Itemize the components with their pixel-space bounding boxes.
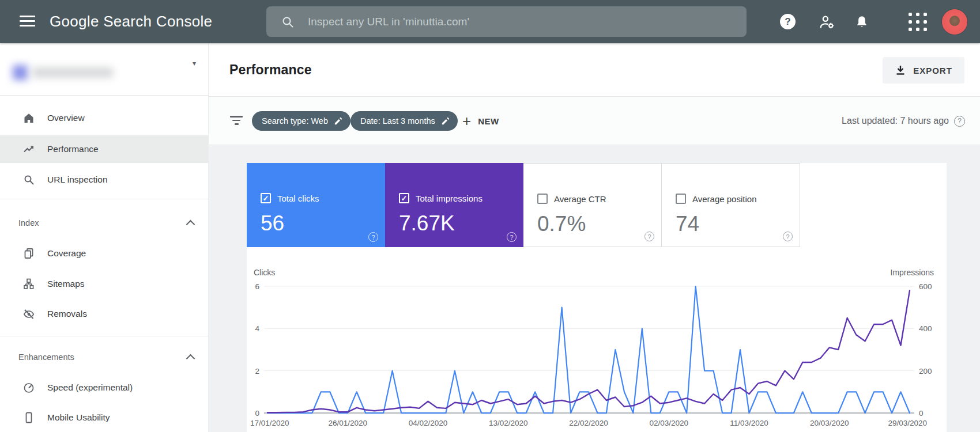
help-button[interactable]: ?	[780, 0, 796, 43]
svg-text:400: 400	[919, 324, 932, 333]
sitemap-icon	[22, 277, 36, 291]
pages-icon	[22, 247, 36, 260]
divider	[0, 336, 209, 336]
svg-text:17/01/2020: 17/01/2020	[250, 419, 289, 427]
chevron-up-icon	[186, 354, 195, 363]
tile-average-ctr[interactable]: ✓ Average CTR 0.7% ?	[523, 163, 662, 247]
tile-total-clicks[interactable]: ✓ Total clicks 56 ?	[247, 163, 385, 247]
speedometer-icon	[22, 381, 36, 395]
export-button[interactable]: EXPORT	[883, 57, 964, 84]
performance-chart: Clicks Impressions 6420600400200017/01/2…	[247, 247, 947, 432]
user-settings-button[interactable]	[819, 0, 836, 43]
help-circle-icon[interactable]: ?	[507, 232, 517, 242]
sidebar-item-coverage[interactable]: Coverage	[0, 240, 209, 267]
help-circle-icon[interactable]: ?	[644, 232, 654, 241]
smartphone-icon	[22, 411, 36, 425]
new-filter-button[interactable]: + NEW	[462, 97, 499, 145]
filter-icon[interactable]	[229, 116, 243, 127]
eye-off-icon	[22, 307, 36, 321]
metric-value: 56	[261, 211, 284, 236]
url-inspect-searchbox[interactable]	[266, 6, 747, 37]
svg-text:13/02/2020: 13/02/2020	[489, 419, 528, 427]
help-circle-icon[interactable]: ?	[954, 116, 965, 127]
chevron-up-icon	[186, 219, 195, 229]
sidebar-item-removals[interactable]: Removals	[0, 300, 209, 328]
sidebar-item-performance[interactable]: Performance	[0, 135, 209, 163]
metric-value: 74	[676, 212, 699, 236]
sidebar-section-index[interactable]: Index	[0, 213, 209, 233]
chart-canvas[interactable]: 6420600400200017/01/202026/01/202004/02/…	[247, 247, 947, 432]
checkbox-unchecked-icon[interactable]: ✓	[676, 194, 686, 204]
home-icon	[22, 111, 36, 125]
svg-text:0: 0	[919, 409, 924, 418]
svg-text:11/03/2020: 11/03/2020	[730, 419, 768, 427]
checkbox-checked-icon[interactable]: ✓	[399, 193, 409, 203]
caret-down-icon: ▾	[193, 59, 196, 67]
avatar	[942, 9, 967, 35]
search-icon	[281, 16, 294, 28]
svg-text:26/01/2020: 26/01/2020	[328, 419, 367, 427]
svg-text:29/03/2020: 29/03/2020	[888, 419, 927, 427]
google-apps-button[interactable]	[909, 0, 927, 43]
sidebar-item-speed[interactable]: Speed (experimental)	[0, 374, 209, 401]
property-selector[interactable]: ▾	[0, 43, 209, 95]
sidebar-item-sitemaps[interactable]: Sitemaps	[0, 270, 209, 298]
svg-text:0: 0	[255, 409, 259, 418]
filter-bar: Search type: Web Date: Last 3 months + N…	[209, 97, 980, 145]
sidebar: ▾ Overview Performance URL inspection In…	[0, 43, 209, 432]
svg-text:200: 200	[919, 367, 932, 376]
sidebar-item-url-inspection[interactable]: URL inspection	[0, 166, 209, 194]
property-favicon	[13, 65, 28, 80]
svg-text:4: 4	[255, 324, 259, 333]
filter-chip-search-type[interactable]: Search type: Web	[252, 111, 350, 131]
sidebar-item-mobile-usability[interactable]: Mobile Usability	[0, 404, 209, 431]
apps-grid-icon	[909, 13, 927, 31]
svg-text:2: 2	[255, 367, 259, 376]
pencil-icon	[441, 117, 450, 126]
tile-filler	[800, 163, 947, 247]
help-circle-icon[interactable]: ?	[368, 232, 378, 242]
tile-average-position[interactable]: ✓ Average position 74 ?	[662, 163, 800, 247]
search-icon	[22, 173, 36, 187]
help-circle-icon[interactable]: ?	[783, 232, 793, 241]
svg-text:02/03/2020: 02/03/2020	[649, 419, 688, 427]
metric-tiles: ✓ Total clicks 56 ? ✓ Total impressions …	[247, 163, 947, 247]
svg-text:6: 6	[255, 282, 259, 291]
notifications-button[interactable]	[854, 0, 869, 43]
sidebar-item-overview[interactable]: Overview	[0, 104, 209, 132]
account-button[interactable]	[942, 0, 967, 43]
divider	[0, 199, 209, 199]
plus-icon: +	[462, 113, 471, 128]
sidebar-section-enhancements[interactable]: Enhancements	[0, 347, 209, 367]
page-title: Performance	[229, 43, 312, 97]
search-input[interactable]	[307, 15, 713, 29]
trend-icon	[22, 142, 36, 156]
last-updated: Last updated: 7 hours ago ?	[842, 97, 965, 145]
top-app-bar: Google Search Console ?	[0, 0, 980, 43]
metric-value: 0.7%	[537, 212, 586, 236]
performance-panel: ✓ Total clicks 56 ? ✓ Total impressions …	[247, 163, 947, 432]
svg-text:22/02/2020: 22/02/2020	[569, 419, 608, 427]
filter-chip-date[interactable]: Date: Last 3 months	[350, 111, 458, 131]
menu-icon[interactable]	[20, 16, 35, 28]
property-name-blurred	[13, 62, 128, 83]
metric-value: 7.67K	[399, 211, 455, 236]
svg-text:20/03/2020: 20/03/2020	[810, 419, 849, 427]
pencil-icon	[334, 117, 342, 126]
bell-icon	[854, 14, 869, 29]
user-gear-icon	[819, 14, 836, 30]
app-logo: Google Search Console	[50, 0, 212, 43]
checkbox-checked-icon[interactable]: ✓	[261, 193, 271, 203]
tile-total-impressions[interactable]: ✓ Total impressions 7.67K ?	[385, 163, 523, 247]
svg-text:04/02/2020: 04/02/2020	[409, 419, 448, 427]
page-header: Performance EXPORT	[209, 43, 980, 97]
divider	[0, 95, 209, 96]
help-icon: ?	[780, 14, 796, 29]
download-icon	[895, 65, 906, 76]
checkbox-unchecked-icon[interactable]: ✓	[537, 194, 548, 204]
svg-text:600: 600	[919, 282, 932, 291]
series-impressions	[267, 290, 910, 412]
